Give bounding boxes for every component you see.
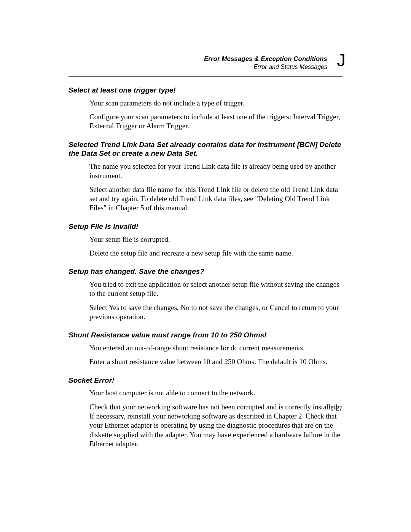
body-paragraph: Delete the setup file and recreate a new… (89, 249, 342, 258)
page-content: Error Messages & Exception Conditions Er… (0, 0, 411, 476)
page-number: J-27 (331, 405, 342, 412)
appendix-letter: J (337, 51, 346, 69)
body-paragraph: Check that your networking software has … (89, 403, 342, 449)
section-heading: Shunt Resistance value must range from 1… (68, 331, 342, 340)
header-subtitle: Error and Status Messages (68, 64, 327, 70)
section-heading: Setup has changed. Save the changes? (68, 267, 342, 276)
body-paragraph: You entered an out-of-range shunt resist… (89, 343, 342, 353)
section-trend-link: Selected Trend Link Data Set already con… (68, 140, 342, 213)
body-paragraph: Configure your scan parameters to includ… (89, 112, 342, 131)
body-paragraph: Your setup file is corrupted. (89, 235, 342, 244)
body-paragraph: The name you selected for your Trend Lin… (89, 162, 342, 181)
section-heading: Selected Trend Link Data Set already con… (68, 140, 342, 158)
section-select-trigger: Select at least one trigger type! Your s… (68, 86, 342, 131)
body-paragraph: Your scan parameters do not include a ty… (89, 99, 342, 108)
section-socket-error: Socket Error! Your host computer is not … (68, 376, 342, 449)
body-paragraph: You tried to exit the application or sel… (89, 280, 342, 299)
page-header: Error Messages & Exception Conditions Er… (68, 55, 342, 77)
section-heading: Setup File Is Invalid! (68, 222, 342, 231)
section-heading: Select at least one trigger type! (68, 86, 342, 95)
body-paragraph: Select Yes to save the changes, No to no… (89, 303, 342, 322)
body-paragraph: Your host computer is not able to connec… (89, 388, 342, 398)
body-paragraph: Select another data file name for this T… (89, 185, 342, 213)
header-title: Error Messages & Exception Conditions (68, 55, 327, 63)
body-paragraph: Enter a shunt resistance value between 1… (89, 357, 342, 366)
section-setup-changed: Setup has changed. Save the changes? You… (68, 267, 342, 321)
section-shunt-resistance: Shunt Resistance value must range from 1… (68, 331, 342, 366)
section-setup-invalid: Setup File Is Invalid! Your setup file i… (68, 222, 342, 258)
section-heading: Socket Error! (68, 376, 342, 385)
